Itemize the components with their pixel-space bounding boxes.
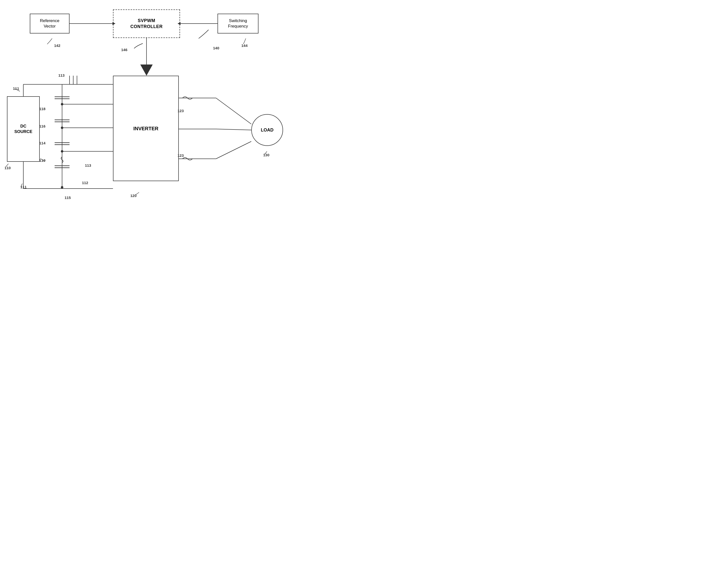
dc-source-box: DCSOURCE: [7, 96, 40, 162]
ref-118: 118: [39, 107, 45, 111]
svg-point-14: [61, 186, 63, 189]
ref-113b: 113: [85, 163, 91, 167]
ref-112: 112: [82, 181, 88, 185]
switching-frequency-box: SwitchingFrequency: [218, 14, 259, 34]
ref-146: 146: [121, 48, 127, 52]
ref-120: 120: [130, 193, 137, 198]
svg-point-11: [61, 103, 63, 105]
ref-110: 110: [4, 166, 11, 170]
ref-140: 140: [213, 46, 219, 50]
svpwm-controller-box: SVPWMCONTROLLER: [113, 9, 180, 38]
inverter-box: INVERTER: [113, 76, 179, 181]
ref-144: 144: [241, 43, 247, 48]
ref-123a: 123: [178, 109, 184, 113]
ref-119: 119: [39, 158, 45, 163]
ref-130: 130: [263, 153, 269, 157]
ref-111b: 111: [20, 185, 26, 189]
diagram-container: ReferenceVector SVPWMCONTROLLER Switchin…: [0, 0, 303, 246]
load-box: LOAD: [251, 114, 283, 146]
reference-vector-box: ReferenceVector: [30, 14, 69, 34]
svg-point-13: [61, 150, 63, 152]
ref-111a: 111: [13, 86, 19, 90]
svg-line-43: [216, 129, 251, 130]
ref-114: 114: [39, 141, 45, 145]
svg-point-12: [61, 127, 63, 129]
ref-142: 142: [54, 43, 60, 48]
ref-123b: 123: [178, 153, 184, 158]
svg-line-44: [216, 142, 251, 159]
ref-116: 116: [39, 124, 45, 128]
svg-marker-5: [140, 64, 153, 76]
svg-line-42: [216, 98, 251, 124]
ref-113a: 113: [58, 73, 64, 78]
ref-115: 115: [64, 195, 71, 200]
